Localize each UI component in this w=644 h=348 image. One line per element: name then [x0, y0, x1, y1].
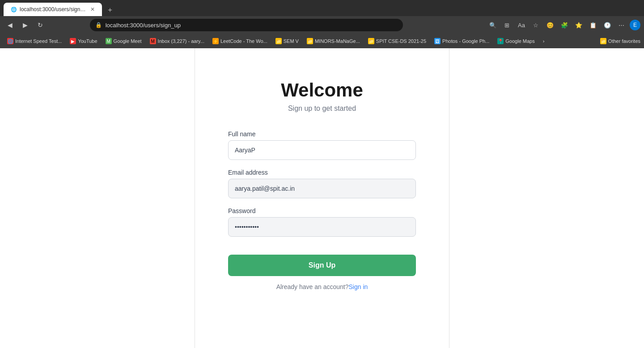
bookmark-favicon: 📁 — [307, 38, 313, 44]
bookmarks-more-button[interactable]: › — [539, 38, 548, 45]
email-input[interactable] — [228, 179, 416, 198]
new-tab-button[interactable]: ＋ — [104, 4, 116, 16]
bookmark-label: Inbox (3,227) - aary... — [158, 38, 204, 44]
signin-text-container: Already have an account?Sign in — [276, 283, 368, 290]
welcome-subtitle: Sign up to get started — [288, 105, 356, 113]
profile-btn[interactable]: 😊 — [544, 19, 556, 31]
toolbar-right: 🔍 ⊞ Aa ☆ 😊 🧩 ⭐ 📋 🕐 ⋯ E — [487, 19, 640, 31]
extensions-btn[interactable]: 🧩 — [558, 19, 571, 31]
bookmark-label: Internet Speed Test... — [15, 38, 62, 44]
reload-button[interactable]: ↻ — [34, 19, 47, 31]
bookmark-favicon: M — [106, 38, 112, 44]
fullname-label: Full name — [228, 130, 416, 138]
password-group: Password — [228, 207, 416, 237]
bookmark-btn[interactable]: ☆ — [530, 19, 542, 31]
tab-favicon: 🌐 — [11, 7, 17, 13]
fullname-input[interactable] — [228, 140, 416, 160]
email-group: Email address — [228, 169, 416, 198]
bookmark-label: LeetCode - The Wo... — [220, 38, 267, 44]
bookmark-youtube[interactable]: ▶ YouTube — [66, 37, 101, 45]
password-input[interactable] — [228, 217, 416, 237]
other-favorites-icon: 📁 — [600, 38, 606, 44]
bookmark-label: MINORS-MaNaGe... — [315, 38, 360, 44]
bookmark-google-meet[interactable]: M Google Meet — [102, 37, 145, 45]
signin-link[interactable]: Sign in — [349, 283, 368, 290]
bookmark-favicon: 📁 — [275, 38, 282, 44]
forward-button[interactable]: ▶ — [19, 19, 31, 31]
browser-chrome: 🌐 localhost:3000/users/sign_up ✕ ＋ ◀ ▶ ↻… — [0, 0, 644, 48]
tab-title: localhost:3000/users/sign_up — [20, 6, 87, 13]
lock-icon: 🔒 — [95, 22, 102, 28]
bookmark-label: Photos - Google Ph... — [442, 38, 489, 44]
already-have-account-text: Already have an account? — [276, 283, 349, 290]
edge-profile[interactable]: E — [630, 20, 640, 30]
bookmark-inbox[interactable]: M Inbox (3,227) - aary... — [146, 37, 208, 45]
more-btn[interactable]: ⋯ — [615, 19, 628, 31]
bookmark-favicon: ▶ — [70, 38, 76, 44]
bookmark-label: SEM V — [284, 38, 299, 44]
bookmark-favicon: 📍 — [497, 38, 504, 44]
history-btn[interactable]: 🕐 — [601, 19, 614, 31]
search-icon-btn[interactable]: 🔍 — [487, 19, 499, 31]
bookmark-favicon: M — [150, 38, 156, 44]
bookmark-label: YouTube — [78, 38, 97, 44]
email-label: Email address — [228, 169, 416, 176]
back-button[interactable]: ◀ — [4, 19, 16, 31]
bookmark-photos[interactable]: 🖼 Photos - Google Ph... — [431, 37, 493, 45]
address-bar[interactable]: 🔒 localhost:3000/users/sign_up — [90, 19, 403, 31]
main-panel: Welcome Sign up to get started Full name… — [195, 48, 449, 348]
bookmark-spit[interactable]: 📁 SPIT CSE-DS 2021-25 — [364, 37, 430, 45]
bookmarks-bar: 🌐 Internet Speed Test... ▶ YouTube M Goo… — [0, 34, 644, 48]
bookmark-favicon: 📁 — [368, 38, 374, 44]
welcome-title: Welcome — [281, 80, 363, 101]
tab-bar: 🌐 localhost:3000/users/sign_up ✕ ＋ — [0, 0, 644, 16]
other-favorites[interactable]: 📁 Other favorites — [600, 38, 640, 44]
bookmark-label: SPIT CSE-DS 2021-25 — [376, 38, 426, 44]
active-tab[interactable]: 🌐 localhost:3000/users/sign_up ✕ — [4, 3, 102, 16]
right-panel — [449, 48, 644, 348]
left-panel — [0, 48, 195, 348]
bookmark-leetcode[interactable]: ⚡ LeetCode - The Wo... — [209, 37, 271, 45]
bookmark-label: Google Maps — [505, 38, 534, 44]
url-text: localhost:3000/users/sign_up — [106, 22, 181, 29]
toolbar: ◀ ▶ ↻ 🔒 localhost:3000/users/sign_up 🔍 ⊞… — [0, 16, 644, 34]
bookmark-favicon: 🌐 — [7, 38, 13, 44]
collections-btn[interactable]: 📋 — [587, 19, 599, 31]
signup-container: Welcome Sign up to get started Full name… — [228, 80, 416, 290]
page-content: Welcome Sign up to get started Full name… — [0, 48, 644, 348]
signup-button[interactable]: Sign Up — [228, 255, 416, 276]
other-favorites-label: Other favorites — [608, 38, 640, 44]
bookmark-favicon: ⚡ — [212, 38, 219, 44]
bookmark-minors[interactable]: 📁 MINORS-MaNaGe... — [303, 37, 364, 45]
reader-view-btn[interactable]: Aa — [515, 19, 528, 31]
fullname-group: Full name — [228, 130, 416, 160]
tab-close[interactable]: ✕ — [90, 6, 95, 13]
bookmark-semv[interactable]: 📁 SEM V — [272, 37, 302, 45]
bookmark-favicon: 🖼 — [434, 38, 441, 44]
bookmark-maps[interactable]: 📍 Google Maps — [494, 37, 538, 45]
tab-search-btn[interactable]: ⊞ — [501, 19, 513, 31]
bookmark-internet-speed[interactable]: 🌐 Internet Speed Test... — [4, 37, 65, 45]
bookmark-label: Google Meet — [114, 38, 142, 44]
password-label: Password — [228, 207, 416, 214]
favorites-btn[interactable]: ⭐ — [572, 19, 585, 31]
